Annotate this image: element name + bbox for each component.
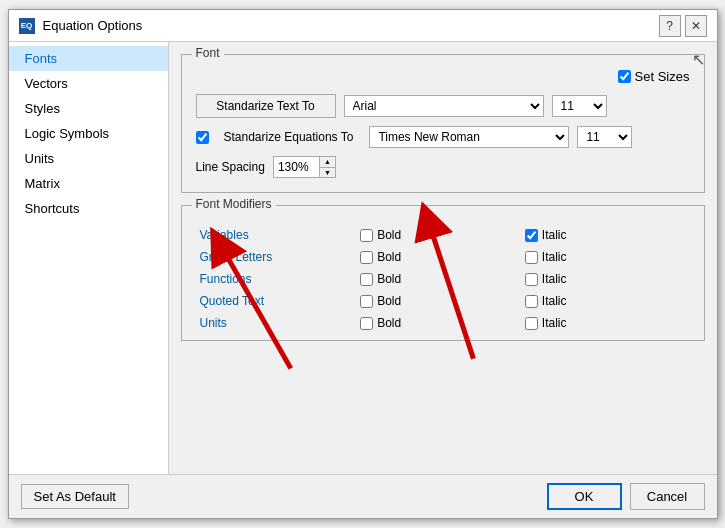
functions-italic-checkbox[interactable]	[525, 273, 538, 286]
help-button[interactable]: ?	[659, 15, 681, 37]
units-bold-check[interactable]: Bold	[360, 316, 525, 330]
set-as-default-button[interactable]: Set As Default	[21, 484, 129, 509]
standardize-text-row: Standarize Text To Arial Times New Roman…	[196, 94, 690, 118]
standardize-eq-label: Standarize Equations To	[224, 130, 354, 144]
sidebar-item-shortcuts[interactable]: Shortcuts	[9, 196, 168, 221]
quoted-text-label: Quoted Text	[196, 294, 361, 308]
text-font-select[interactable]: Arial Times New Roman Courier New Symbol	[344, 95, 544, 117]
functions-italic-check[interactable]: Italic	[525, 272, 690, 286]
app-icon: EQ	[19, 18, 35, 34]
line-spacing-input[interactable]	[274, 157, 319, 177]
footer-right-buttons: OK Cancel	[547, 483, 705, 510]
line-spacing-row: Line Spacing ▲ ▼	[196, 156, 690, 178]
sidebar: Fonts Vectors Styles Logic Symbols Units…	[9, 42, 169, 474]
variables-italic-check[interactable]: Italic	[525, 228, 690, 242]
units-italic-checkbox[interactable]	[525, 317, 538, 330]
sidebar-item-vectors[interactable]: Vectors	[9, 71, 168, 96]
line-spacing-spinner[interactable]: ▲ ▼	[273, 156, 336, 178]
functions-bold-check[interactable]: Bold	[360, 272, 525, 286]
quoted-bold-check[interactable]: Bold	[360, 294, 525, 308]
set-sizes-label[interactable]: Set Sizes	[618, 69, 690, 84]
standardize-text-button[interactable]: Standarize Text To	[196, 94, 336, 118]
sidebar-item-styles[interactable]: Styles	[9, 96, 168, 121]
greek-bold-checkbox[interactable]	[360, 251, 373, 264]
spinner-buttons: ▲ ▼	[319, 157, 335, 177]
title-bar: EQ Equation Options ? ✕	[9, 10, 717, 42]
variables-label: Variables	[196, 228, 361, 242]
sidebar-item-units[interactable]: Units	[9, 146, 168, 171]
variables-bold-checkbox[interactable]	[360, 229, 373, 242]
eq-font-select[interactable]: Arial Times New Roman Courier New Symbol	[369, 126, 569, 148]
quoted-bold-checkbox[interactable]	[360, 295, 373, 308]
ok-button[interactable]: OK	[547, 483, 622, 510]
quoted-text-row: Quoted Text Bold Italic	[196, 294, 690, 308]
dialog-body: Fonts Vectors Styles Logic Symbols Units…	[9, 42, 717, 474]
units-bold-checkbox[interactable]	[360, 317, 373, 330]
dialog-footer: Set As Default OK Cancel	[9, 474, 717, 518]
set-sizes-checkbox[interactable]	[618, 70, 631, 83]
greek-italic-check[interactable]: Italic	[525, 250, 690, 264]
variables-italic-checkbox[interactable]	[525, 229, 538, 242]
equation-options-dialog: EQ Equation Options ? ✕ Fonts Vectors St…	[8, 9, 718, 519]
functions-label: Functions	[196, 272, 361, 286]
text-size-select[interactable]: 8910 111214	[552, 95, 607, 117]
units-italic-check[interactable]: Italic	[525, 316, 690, 330]
cancel-button[interactable]: Cancel	[630, 483, 705, 510]
standardize-eq-checkbox[interactable]	[196, 131, 209, 144]
spinner-down-button[interactable]: ▼	[319, 168, 335, 178]
font-group-title: Font	[192, 46, 224, 60]
font-group: Font Set Sizes Standarize Text To Arial …	[181, 54, 705, 193]
eq-size-select[interactable]: 8910 111214	[577, 126, 632, 148]
variables-row: Variables Bold Italic	[196, 228, 690, 242]
sidebar-item-matrix[interactable]: Matrix	[9, 171, 168, 196]
dialog-title: Equation Options	[43, 18, 143, 33]
functions-bold-checkbox[interactable]	[360, 273, 373, 286]
title-bar-left: EQ Equation Options	[19, 18, 143, 34]
spinner-up-button[interactable]: ▲	[319, 157, 335, 168]
greek-italic-checkbox[interactable]	[525, 251, 538, 264]
close-button[interactable]: ✕	[685, 15, 707, 37]
font-modifiers-group: Font Modifiers Variables Bold	[181, 205, 705, 341]
greek-letters-label: Greek Letters	[196, 250, 361, 264]
main-content: Font Set Sizes Standarize Text To Arial …	[169, 42, 717, 474]
variables-bold-check[interactable]: Bold	[360, 228, 525, 242]
units-label: Units	[196, 316, 361, 330]
sidebar-item-fonts[interactable]: Fonts	[9, 46, 168, 71]
functions-row: Functions Bold Italic	[196, 272, 690, 286]
line-spacing-label: Line Spacing	[196, 160, 265, 174]
quoted-italic-check[interactable]: Italic	[525, 294, 690, 308]
standardize-eq-checkbox-label[interactable]	[196, 131, 216, 144]
title-bar-controls: ? ✕	[659, 15, 707, 37]
standardize-eq-row: Standarize Equations To Arial Times New …	[196, 126, 690, 148]
quoted-italic-checkbox[interactable]	[525, 295, 538, 308]
set-sizes-row: Set Sizes	[196, 69, 690, 84]
greek-letters-row: Greek Letters Bold Italic	[196, 250, 690, 264]
units-row: Units Bold Italic	[196, 316, 690, 330]
sidebar-item-logic-symbols[interactable]: Logic Symbols	[9, 121, 168, 146]
greek-bold-check[interactable]: Bold	[360, 250, 525, 264]
font-modifiers-title: Font Modifiers	[192, 197, 276, 211]
